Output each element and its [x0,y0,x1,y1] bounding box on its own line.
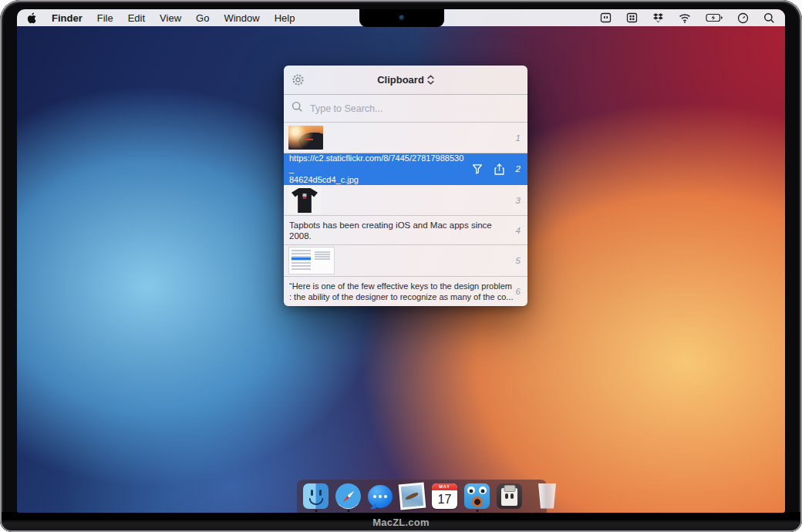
wifi-icon[interactable] [679,13,691,23]
pastebot-menu-icon[interactable] [600,12,612,23]
item-number: 2 [516,164,521,173]
window-screenshot-thumbnail [288,247,335,274]
dock-finder-icon[interactable] [303,480,329,513]
menu-help[interactable]: Help [275,12,295,24]
dock-trash-icon[interactable] [537,480,557,513]
clipboard-item-3[interactable]: 3 [284,185,527,216]
running-indicator [347,510,349,512]
display-notch [359,9,444,27]
calendar-day: 17 [432,490,457,508]
screen: Finder File Edit View Go Window Help [17,9,785,513]
menu-edit[interactable]: Edit [128,12,145,24]
url-text: https://c2.staticflickr.com/8/7445/27817… [284,153,472,185]
clipboard-item-6[interactable]: “Here is one of the few effective keys t… [284,277,527,306]
item-number: 5 [516,256,521,265]
macbook-mockup: MacZL.com Finder File Edit View Go Windo… [0,0,802,532]
dock-tweetbot-icon[interactable] [464,480,490,513]
search-input[interactable] [308,103,520,115]
clipboard-item-1[interactable]: 1 [284,123,527,153]
menu-bar-status-icons [600,12,775,24]
item-number: 1 [516,133,521,143]
clipboard-list: 1 https://c2.staticflickr.com/8/7445/278… [284,123,527,306]
clipboard-window: Clipboard 1 https [284,66,527,306]
menu-go[interactable]: Go [196,12,209,24]
menu-view[interactable]: View [160,12,181,24]
laptop-chin: MacZL.com [2,512,800,530]
gear-icon[interactable] [291,72,305,87]
dock-pastebot-icon[interactable] [497,480,522,513]
tshirt-thumbnail [288,187,321,214]
battery-charging-icon[interactable] [706,13,723,22]
clock-icon[interactable] [737,12,749,24]
search-bar [284,95,527,123]
menu-window[interactable]: Window [224,12,259,24]
sunset-car-thumbnail [288,126,323,150]
filter-funnel-icon[interactable] [472,163,483,174]
item-action-icons [472,163,504,175]
share-icon[interactable] [494,163,504,175]
spotlight-search-icon[interactable] [763,12,775,24]
running-indicator [315,510,317,512]
calendar-month: MAY [432,483,457,490]
dropbox-icon[interactable] [652,12,664,23]
item-number: 3 [516,196,521,205]
dock-messages-icon[interactable] [368,480,393,513]
brand-text: MacZL.com [372,517,429,530]
menu-file[interactable]: File [97,12,113,24]
apple-menu-icon[interactable] [27,12,37,24]
dock-photos-icon[interactable] [399,480,425,513]
dock-calendar-icon[interactable]: MAY 17 [432,480,457,513]
running-indicator [476,510,478,512]
window-title[interactable]: Clipboard [377,74,434,86]
text-snippet: Tapbots has been creating iOS and Mac ap… [284,220,527,241]
search-icon [291,101,303,116]
item-number: 4 [516,226,521,235]
webcam-dot [399,15,405,21]
quote-snippet: “Here is one of the few effective keys t… [284,281,513,302]
dock: MAY 17 [297,480,547,513]
clipboard-item-5[interactable]: 5 [284,245,527,277]
menu-finder[interactable]: Finder [52,12,83,24]
clipboard-item-2-selected[interactable]: https://c2.staticflickr.com/8/7445/27817… [284,153,527,185]
menu-bar-left: Finder File Edit View Go Window Help [27,12,295,24]
dock-safari-icon[interactable] [335,480,361,513]
window-header: Clipboard [284,66,527,95]
app-grid-menu-icon[interactable] [626,12,638,23]
clipboard-item-4[interactable]: Tapbots has been creating iOS and Mac ap… [284,216,527,245]
chevron-up-down-icon [427,75,434,85]
item-number: 6 [516,287,521,296]
